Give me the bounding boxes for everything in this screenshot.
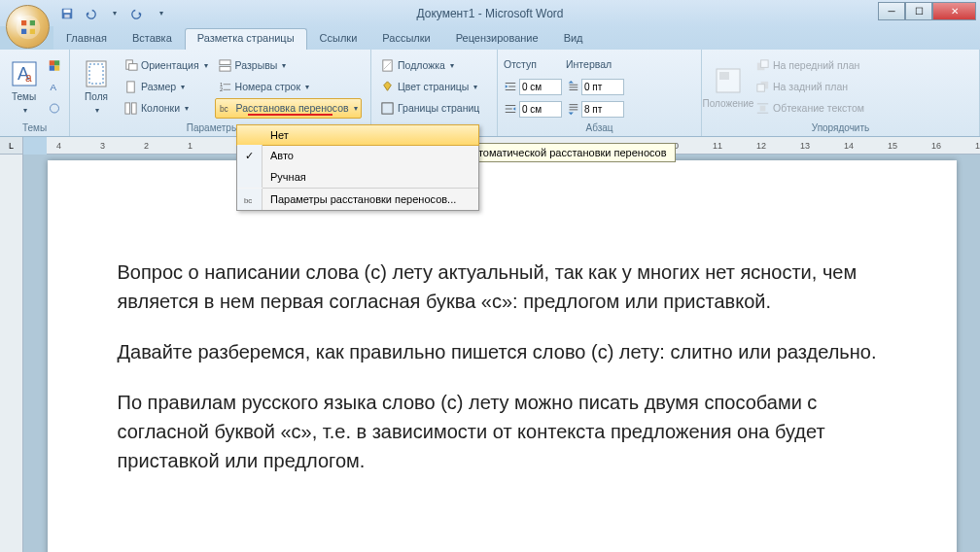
line-numbers-icon: 12 <box>218 80 232 94</box>
spacing-after[interactable] <box>566 99 624 120</box>
spacing-before-icon <box>566 80 579 93</box>
svg-rect-18 <box>125 102 130 113</box>
indent-left[interactable] <box>504 77 562 97</box>
indent-right-input[interactable] <box>519 101 562 118</box>
office-button[interactable] <box>6 5 50 49</box>
paragraph[interactable]: Давайте разберемся, как правильно пишетс… <box>118 337 903 366</box>
qat-customize-icon[interactable] <box>150 3 171 24</box>
window-controls: ─ ☐ ✕ <box>878 2 976 20</box>
svg-text:a: a <box>25 71 32 85</box>
position-button: Положение <box>708 52 749 121</box>
paragraph[interactable]: Вопрос о написании слова (с) лету актуал… <box>118 258 903 316</box>
watermark-button[interactable]: Подложка <box>377 55 482 76</box>
breaks-button[interactable]: Разрывы <box>215 55 362 76</box>
svg-text:bc: bc <box>243 196 251 205</box>
page[interactable]: Вопрос о написании слова (с) лету актуал… <box>48 160 957 552</box>
watermark-icon <box>380 58 395 73</box>
vertical-ruler[interactable] <box>0 155 23 552</box>
text-wrap-button: Обтекание текстом <box>752 98 867 119</box>
undo-dropdown-icon[interactable] <box>103 3 124 24</box>
spacing-after-icon <box>566 102 579 116</box>
spacing-after-input[interactable] <box>581 101 624 118</box>
margins-button[interactable]: Поля <box>76 52 117 121</box>
close-button[interactable]: ✕ <box>932 2 976 20</box>
hyphenation-options-icon: bc <box>237 189 262 210</box>
size-button[interactable]: Размер <box>121 77 211 97</box>
menu-item-auto[interactable]: ✓ Авто <box>237 145 478 166</box>
annotation-red-line <box>248 114 332 116</box>
undo-icon[interactable] <box>80 3 101 24</box>
redo-icon[interactable] <box>126 3 148 24</box>
page-color-button[interactable]: Цвет страницы <box>377 77 482 97</box>
tab-home[interactable]: Главная <box>53 28 120 50</box>
svg-rect-7 <box>50 60 54 65</box>
save-icon[interactable] <box>56 3 78 24</box>
tab-insert[interactable]: Вставка <box>120 28 185 50</box>
send-back-icon <box>755 80 770 94</box>
orientation-button[interactable]: Ориентация <box>121 55 211 76</box>
tab-review[interactable]: Рецензирование <box>443 28 551 50</box>
group-arrange-label: Упорядочить <box>708 121 973 135</box>
svg-rect-43 <box>719 72 729 80</box>
maximize-button[interactable]: ☐ <box>905 2 932 20</box>
svg-rect-20 <box>219 59 229 64</box>
theme-colors-icon[interactable] <box>46 55 63 76</box>
themes-button[interactable]: Aa Темы <box>6 52 42 121</box>
bring-front-icon <box>755 58 770 73</box>
minimize-button[interactable]: ─ <box>878 2 905 20</box>
breaks-icon <box>218 58 232 73</box>
tab-view[interactable]: Вид <box>551 28 596 50</box>
svg-rect-48 <box>760 105 766 111</box>
svg-text:2: 2 <box>219 86 222 92</box>
line-numbers-button[interactable]: 12Номера строк <box>215 77 362 97</box>
svg-text:A: A <box>51 82 57 92</box>
bring-front-button: На передний план <box>752 55 867 76</box>
spacing-before[interactable] <box>566 77 624 97</box>
columns-icon <box>123 101 138 116</box>
svg-rect-3 <box>64 14 69 17</box>
svg-rect-8 <box>54 60 59 65</box>
svg-rect-10 <box>54 65 59 70</box>
position-icon <box>713 65 744 96</box>
paragraph[interactable]: По правилам русского языка слово (с) лет… <box>118 388 903 475</box>
tab-references[interactable]: Ссылки <box>307 28 370 50</box>
svg-rect-9 <box>50 65 54 70</box>
svg-point-0 <box>16 15 40 39</box>
hyphenation-icon: bc <box>219 101 233 116</box>
document-area: Вопрос о написании слова (с) лету актуал… <box>23 155 980 552</box>
columns-button[interactable]: Колонки <box>121 98 211 119</box>
margins-icon <box>81 58 112 89</box>
svg-rect-47 <box>757 84 765 91</box>
svg-rect-2 <box>64 9 71 13</box>
checkmark-icon: ✓ <box>237 145 262 166</box>
svg-rect-29 <box>382 102 393 113</box>
group-themes-label: Темы <box>6 121 63 135</box>
tab-page-layout[interactable]: Разметка страницы <box>185 28 307 50</box>
ribbon: Aa Темы A Темы Поля Ориентация Размер Ко… <box>0 50 980 137</box>
svg-rect-19 <box>131 102 136 113</box>
theme-effects-icon[interactable] <box>46 98 63 119</box>
svg-rect-21 <box>219 66 229 71</box>
svg-rect-16 <box>129 63 137 70</box>
themes-label: Темы <box>12 91 36 102</box>
svg-point-12 <box>51 104 59 113</box>
indent-label: Отступ <box>504 54 562 75</box>
indent-right[interactable] <box>504 99 562 120</box>
page-borders-button[interactable]: Границы страниц <box>377 98 482 119</box>
indent-left-input[interactable] <box>519 79 562 95</box>
theme-fonts-icon[interactable]: A <box>46 77 63 97</box>
tab-mailings[interactable]: Рассылки <box>369 28 442 50</box>
window-title: Документ1 - Microsoft Word <box>416 7 563 20</box>
menu-item-none[interactable]: Нет <box>236 124 479 146</box>
themes-icon: Aa <box>9 58 40 89</box>
page-borders-icon <box>380 101 395 116</box>
ruler-corner[interactable]: L <box>0 137 23 155</box>
svg-rect-17 <box>127 81 135 91</box>
quick-access-toolbar <box>56 3 171 24</box>
send-back-button: На задний план <box>752 77 867 97</box>
menu-item-manual[interactable]: Ручная <box>237 166 478 188</box>
menu-item-hyphenation-options[interactable]: bc Параметры расстановки переносов... <box>237 189 478 210</box>
checkmark-icon <box>237 125 262 145</box>
indent-left-icon <box>504 80 517 93</box>
spacing-before-input[interactable] <box>581 79 624 95</box>
